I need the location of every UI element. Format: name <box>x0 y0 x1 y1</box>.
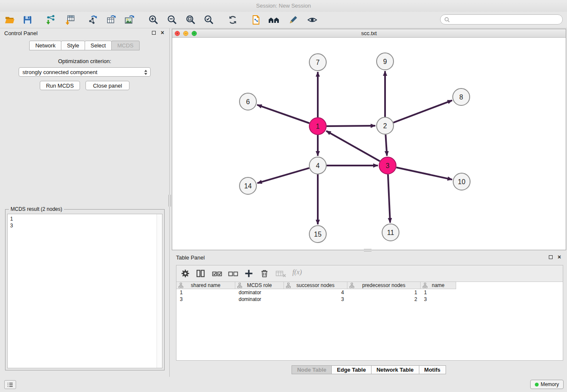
delete-row-button[interactable] <box>260 269 269 280</box>
zoom-out-button[interactable] <box>164 13 180 27</box>
tab-select[interactable]: Select <box>85 41 112 50</box>
graph-edge-4-14[interactable] <box>257 168 309 183</box>
svg-text:3: 3 <box>386 162 390 169</box>
zoom-window-button[interactable]: + <box>192 31 197 36</box>
export-network-button[interactable] <box>85 13 101 27</box>
graph-node-4[interactable]: 4 <box>309 157 326 174</box>
zoom-selected-button[interactable] <box>201 13 217 27</box>
import-network-button[interactable] <box>42 13 58 27</box>
open-file-button[interactable] <box>2 13 18 27</box>
close-window-button[interactable]: × <box>175 31 180 36</box>
memory-button[interactable]: Memory <box>530 380 564 389</box>
import-network-icon <box>45 14 56 25</box>
table-cell[interactable]: dominator <box>235 289 284 296</box>
graph-node-1[interactable]: 1 <box>309 118 326 135</box>
title-bar[interactable]: Session: New Session <box>0 0 567 12</box>
tab-network-table[interactable]: Network Table <box>371 365 419 374</box>
graph-edge-2-3[interactable] <box>385 135 387 156</box>
svg-text:9: 9 <box>383 58 387 65</box>
network-canvas[interactable]: 7968124310141511 <box>172 38 566 250</box>
graph-node-8[interactable]: 8 <box>453 88 470 105</box>
apply-style-button[interactable] <box>285 13 301 27</box>
mcds-result-area[interactable]: 1 3 <box>7 214 162 368</box>
zoom-fit-button[interactable] <box>183 13 199 27</box>
graph-edge-3-10[interactable] <box>396 168 452 180</box>
svg-text:10: 10 <box>458 178 465 185</box>
float-table-panel-icon[interactable] <box>549 255 553 259</box>
tab-mcds[interactable]: MCDS <box>111 41 139 50</box>
zoom-in-button[interactable] <box>146 13 162 27</box>
tab-edge-table[interactable]: Edge Table <box>331 365 371 374</box>
close-panel-icon[interactable]: × <box>161 29 164 36</box>
tab-style[interactable]: Style <box>61 41 85 50</box>
table-settings-button[interactable] <box>181 269 190 280</box>
column-header-successor-nodes[interactable]: successor nodes <box>284 282 347 289</box>
graph-edge-1-6[interactable] <box>257 105 310 123</box>
tab-motifs[interactable]: Motifs <box>419 365 446 374</box>
show-columns-button[interactable] <box>196 269 205 280</box>
table-cell[interactable]: 3 <box>421 296 456 303</box>
select-all-button[interactable] <box>212 269 223 280</box>
table-cell[interactable]: 4 <box>284 289 347 296</box>
table-cell[interactable]: 3 <box>176 296 235 303</box>
minimize-window-button[interactable]: − <box>183 31 188 36</box>
svg-text:6: 6 <box>246 98 250 105</box>
graph-edge-2-8[interactable] <box>394 100 452 123</box>
column-header-name[interactable]: name <box>421 282 456 289</box>
first-neighbors-button[interactable] <box>266 13 283 27</box>
checked-boxes-icon <box>212 269 223 278</box>
run-mcds-button[interactable]: Run MCDS <box>40 81 80 90</box>
graph-node-14[interactable]: 14 <box>239 177 256 194</box>
optimization-criterion-dropdown[interactable]: strongly connected component <box>19 67 151 77</box>
graph-node-15[interactable]: 15 <box>309 226 326 243</box>
deselect-all-button[interactable] <box>228 269 239 280</box>
network-graph[interactable]: 7968124310141511 <box>172 38 566 250</box>
table-cell[interactable]: 1 <box>176 289 235 296</box>
save-session-button[interactable] <box>19 13 36 27</box>
search-input[interactable] <box>452 17 559 22</box>
close-table-panel-icon[interactable]: × <box>558 254 561 260</box>
show-panel-list-button[interactable] <box>4 380 16 389</box>
close-panel-button[interactable]: Close panel <box>85 81 129 90</box>
add-row-button[interactable] <box>244 269 253 280</box>
table-cell[interactable]: 2 <box>347 296 421 303</box>
column-label: successor nodes <box>296 282 334 288</box>
column-label: predecessor nodes <box>362 282 405 288</box>
graph-node-2[interactable]: 2 <box>377 117 394 134</box>
graph-edge-1-2[interactable] <box>327 126 375 126</box>
export-table-icon <box>106 14 117 25</box>
graph-node-9[interactable]: 9 <box>377 53 394 70</box>
search-box[interactable] <box>440 14 563 25</box>
table-cell[interactable]: dominator <box>235 296 284 303</box>
new-network-from-selection-button[interactable] <box>248 13 264 27</box>
column-header-predecessor-nodes[interactable]: predecessor nodes <box>347 282 421 289</box>
table-cell[interactable]: 3 <box>284 296 347 303</box>
brush-icon <box>288 14 299 25</box>
graph-node-3[interactable]: 3 <box>379 157 396 174</box>
show-hide-details-button[interactable] <box>304 13 320 27</box>
export-image-button[interactable] <box>121 13 138 27</box>
graph-node-11[interactable]: 11 <box>382 224 399 241</box>
table-row[interactable]: 1dominator411 <box>176 289 563 296</box>
result-scrollbar-track[interactable] <box>157 214 162 368</box>
import-table-button[interactable] <box>62 13 78 27</box>
tab-network[interactable]: Network <box>29 41 61 50</box>
column-header-MCDS-role[interactable]: MCDS role <box>235 282 284 289</box>
column-header-shared-name[interactable]: shared name <box>176 282 235 289</box>
export-table-button[interactable] <box>103 13 119 27</box>
graph-node-10[interactable]: 10 <box>453 173 470 190</box>
float-panel-icon[interactable] <box>152 31 156 35</box>
tab-node-table[interactable]: Node Table <box>292 365 332 374</box>
refresh-button[interactable] <box>225 13 241 27</box>
network-window-titlebar[interactable]: × − + scc.txt <box>172 29 566 38</box>
table-cell[interactable]: 1 <box>421 289 456 296</box>
graph-edge-3-11[interactable] <box>388 174 390 223</box>
horizontal-splitter-handle[interactable] <box>364 249 372 251</box>
graph-edge-3-1[interactable] <box>326 131 380 161</box>
optimization-criterion-label: Optimization criterion: <box>0 58 169 64</box>
vertical-splitter-handle[interactable] <box>168 195 171 207</box>
table-cell[interactable]: 1 <box>347 289 421 296</box>
table-row[interactable]: 3dominator323 <box>176 296 563 303</box>
graph-node-7[interactable]: 7 <box>309 54 326 71</box>
graph-node-6[interactable]: 6 <box>239 93 256 110</box>
